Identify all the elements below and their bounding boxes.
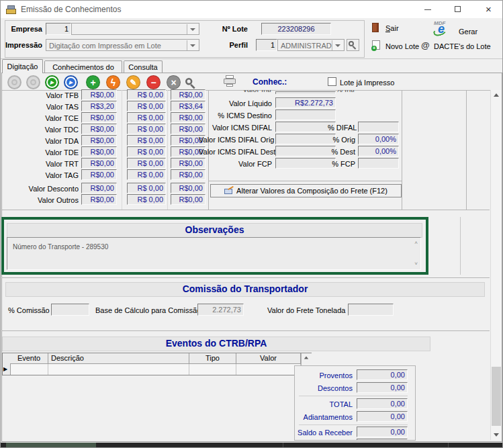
valor-tde-field-2[interactable]: R$ 0,00 — [127, 146, 166, 157]
lote-field[interactable]: 223208296 — [261, 23, 331, 35]
valor-tce-field-1[interactable]: R$0,00 — [81, 112, 117, 123]
pct-comissao-field[interactable] — [51, 304, 89, 316]
saldo-receber-field[interactable]: 0,00 — [357, 427, 408, 437]
valor-tfb-field-3[interactable]: R$0,00 — [171, 89, 205, 100]
chevron-down-icon[interactable] — [187, 40, 198, 50]
grid-cell-tipo[interactable] — [189, 364, 236, 375]
valor-tde-field-1[interactable]: R$0,00 — [81, 146, 117, 157]
row-arrow-icon: ▶ — [3, 366, 7, 372]
valor-outros-field-2[interactable]: R$ 0,00 — [127, 194, 166, 205]
valor-desconto-field-1[interactable]: R$0,00 — [81, 183, 117, 193]
scroll-up-button[interactable] — [491, 90, 502, 101]
valor-tda-field-1[interactable]: R$0,00 — [81, 135, 117, 146]
col-tipo[interactable]: Tipo — [189, 353, 236, 364]
col-descricao[interactable]: Descrição — [48, 353, 189, 364]
resumo-divider — [299, 396, 408, 396]
valor-outros-field-3[interactable]: R$0,00 — [171, 194, 205, 205]
perfil-code-field[interactable]: 1 — [256, 39, 277, 51]
bottom-strip-separator — [448, 443, 449, 448]
observacoes-textarea[interactable]: Número do Transporte - 289530 ˄ ˅ — [7, 237, 421, 270]
last-record-icon[interactable]: ▶ — [64, 75, 78, 89]
dactes-button[interactable]: @ DACTE's do Lote — [421, 40, 502, 53]
pct-orig-field[interactable]: 0,00% — [358, 134, 399, 144]
insert-icon[interactable]: + — [86, 75, 100, 89]
adiantamentos-field[interactable]: 0,00 — [357, 411, 408, 422]
minimize-button[interactable] — [413, 1, 443, 18]
tab-digitacao[interactable]: Digitação — [2, 59, 43, 73]
scroll-up-icon[interactable]: ˄ — [414, 240, 418, 246]
fcfe-field[interactable]: 0,00% — [357, 439, 408, 441]
close-button[interactable]: × — [473, 1, 503, 18]
total-field[interactable]: 0,00 — [357, 398, 408, 409]
scroll-down-icon[interactable]: ˅ — [414, 261, 418, 267]
valor-tdc-field-2[interactable]: R$ 0,00 — [127, 124, 166, 134]
main-scrollbar[interactable] — [490, 90, 502, 440]
pct-fcp-label: % FCP — [328, 159, 355, 169]
valor-tas-field-1[interactable]: R$3,20 — [81, 101, 117, 111]
valor-outros-field-1[interactable]: R$0,00 — [81, 194, 117, 205]
valor-fcp-field[interactable] — [275, 158, 336, 169]
frete-tonelada-field[interactable] — [348, 304, 394, 316]
perfil-label: Perfil — [217, 40, 248, 50]
next-record-icon[interactable]: ▶ — [45, 75, 59, 89]
valor-tag-field-2[interactable]: R$ 0,00 — [127, 169, 166, 180]
valor-desconto-field-3[interactable]: R$0,00 — [171, 183, 205, 193]
empresa-code-field[interactable]: 1 — [46, 23, 71, 35]
valor-desconto-field-2[interactable]: R$ 0,00 — [127, 183, 166, 193]
base-calculo-field[interactable]: 2.272,73 — [197, 304, 244, 316]
tab-conhecimentos-do-lote[interactable]: Conhecimentos do Lote — [44, 60, 122, 73]
icms-difal-dest-field[interactable] — [275, 146, 336, 156]
edit-icon[interactable]: ✎ — [126, 75, 140, 89]
proventos-field[interactable]: 0,00 — [357, 369, 408, 380]
valor-trt-field-3[interactable]: R$0,00 — [171, 158, 205, 169]
icms-difal-orig-field[interactable] — [275, 134, 336, 144]
col-valor[interactable]: Valor — [236, 353, 301, 364]
chevron-down-icon[interactable] — [332, 40, 343, 50]
valor-tce-field-2[interactable]: R$ 0,00 — [127, 112, 166, 123]
descontos-field[interactable]: 0,00 — [357, 382, 408, 393]
valor-tdc-field-1[interactable]: R$0,00 — [81, 124, 117, 134]
pct-fcp-field[interactable] — [358, 158, 399, 169]
maximize-button[interactable] — [443, 1, 473, 18]
valor-tce-field-3[interactable]: R$0,00 — [171, 112, 205, 123]
print-button[interactable] — [222, 75, 237, 89]
search-button[interactable] — [183, 76, 197, 89]
prior-record-icon[interactable] — [26, 75, 40, 89]
grid-cell-valor[interactable] — [236, 364, 301, 375]
grid-cell-evento[interactable] — [10, 364, 48, 375]
perfil-combo[interactable]: ADMINISTRADOR — [277, 39, 345, 51]
valor-trt-field-1[interactable]: R$0,00 — [81, 158, 117, 169]
impressao-combo[interactable]: Digitação com Impressão em Lote — [46, 39, 199, 51]
valor-tfb-field-1[interactable]: R$0,00 — [81, 89, 117, 100]
tab-consulta[interactable]: Consulta — [124, 60, 163, 73]
valor-tfb-field-2[interactable]: R$ 0,00 — [127, 89, 166, 100]
valor-tag-field-1[interactable]: R$0,00 — [81, 169, 117, 180]
post-icon[interactable]: ϟ — [106, 75, 120, 89]
chevron-down-icon[interactable] — [187, 24, 198, 34]
pct-difal-field[interactable] — [358, 122, 399, 132]
valor-tda-field-2[interactable]: R$ 0,00 — [127, 135, 166, 146]
col-evento[interactable]: Evento — [10, 353, 48, 364]
scroll-up-icon[interactable] — [304, 357, 308, 359]
valor-tas-field-3[interactable]: R$3,64 — [171, 101, 205, 111]
lote-impresso-checkbox[interactable] — [328, 77, 336, 86]
gerar-button[interactable]: MDF e Gerar — [432, 21, 499, 38]
icms-destino-field[interactable] — [275, 109, 336, 120]
sair-button[interactable]: Sair — [371, 22, 418, 34]
first-record-icon[interactable] — [7, 75, 21, 89]
valor-tag-field-3[interactable]: R$0,00 — [171, 169, 205, 180]
alterar-valores-button[interactable]: Alterar Valores da Composição do Frete (… — [210, 184, 402, 197]
valor-liquido-field[interactable]: R$2.272,73 — [275, 97, 336, 108]
valor-trt-field-2[interactable]: R$ 0,00 — [127, 158, 166, 169]
cancel-icon[interactable]: × — [167, 75, 181, 89]
grid-cell-descricao[interactable] — [48, 364, 189, 375]
scroll-down-button[interactable] — [491, 429, 502, 440]
valor-tdc-field-3[interactable]: R$0,00 — [171, 124, 205, 134]
delete-icon[interactable]: − — [146, 75, 161, 89]
valor-tas-field-2[interactable]: R$ 0,00 — [127, 101, 166, 111]
perfil-search-button[interactable] — [347, 39, 359, 51]
pct-dest-field[interactable]: 0,00% — [358, 146, 399, 156]
empresa-combo[interactable] — [71, 23, 199, 35]
scrollbar-thumb[interactable] — [492, 367, 501, 426]
icms-difal-field[interactable] — [275, 122, 336, 132]
